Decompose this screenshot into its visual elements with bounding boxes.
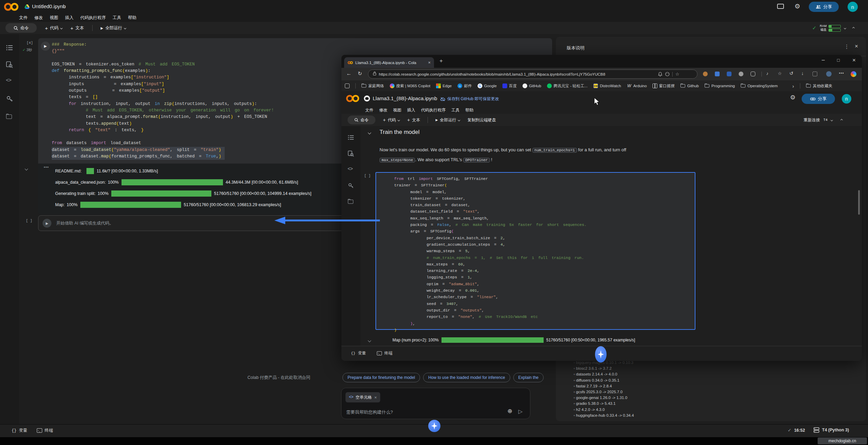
suggestion-chip[interactable]: Prepare data for finetuning the model (342, 373, 420, 382)
reading-list-icon[interactable] (345, 83, 350, 88)
menu-runtime[interactable]: 代码执行程序 (80, 15, 106, 21)
new-tab-icon[interactable]: + (439, 58, 443, 64)
menu-file[interactable]: 文件 (19, 15, 28, 21)
menu-tools[interactable]: 工具 (113, 15, 121, 21)
collapse-output-icon[interactable] (25, 167, 28, 171)
menu-tools[interactable]: 工具 (451, 107, 460, 113)
bookmark-home-network[interactable]: 家庭网络 (361, 83, 384, 89)
bookmark-star-icon[interactable]: ☆ (675, 72, 679, 77)
menu-insert[interactable]: 插入 (407, 107, 415, 113)
gear-icon[interactable]: ⚙ (794, 2, 800, 10)
downloads-icon[interactable]: ↓ (801, 71, 804, 76)
window-minimize-icon[interactable]: – (822, 57, 825, 63)
ai-placeholder[interactable]: 开始借助 AI 编写或生成代码。 (56, 220, 114, 226)
overlay-notebook-title[interactable]: Llama3.1_(8B)-Alpaca.ipynb (373, 95, 437, 101)
reconnect-dropdown-icon[interactable] (831, 119, 833, 121)
bookmark-m365-copilot[interactable]: 搜索 | M365 Copilot (390, 83, 430, 89)
browser-tab[interactable]: Llama3.1_(8B)-Alpaca.ipynb - Cola × (344, 57, 434, 68)
variables-button[interactable]: {}变量 (351, 350, 366, 356)
resources-dropdown-icon[interactable] (844, 27, 846, 29)
paid-products-link[interactable]: Colab 付费产品 - 在此处取消合同 (247, 375, 310, 381)
menu-edit[interactable]: 修改 (379, 107, 387, 113)
bookmark-programming-folder[interactable]: Programming (705, 84, 735, 88)
comment-icon[interactable] (777, 4, 784, 9)
run-cell-button[interactable]: ▶ (41, 42, 50, 51)
feedback-face-icon[interactable] (665, 72, 670, 76)
menu-file[interactable]: 文件 (365, 107, 373, 113)
star-icon[interactable]: ☆ (61, 3, 66, 9)
bookmark-baidu[interactable]: 百度 (502, 83, 517, 89)
code-snippets-icon[interactable]: <> (6, 78, 11, 83)
url-text[interactable]: https://colab.research.google.com/github… (379, 72, 655, 76)
password-extension-icon[interactable] (727, 72, 732, 76)
secrets-key-icon[interactable] (6, 95, 13, 102)
bookmark-window-sway[interactable]: 窗口摇摆 (653, 83, 675, 89)
menu-help[interactable]: 帮助 (128, 15, 136, 21)
browser-more-icon[interactable]: ⋯ (839, 70, 844, 76)
terminal-button[interactable]: ›_终端 (377, 350, 392, 356)
gear-icon[interactable]: ⚙ (790, 94, 795, 101)
overlay-gemini-fab[interactable] (595, 346, 607, 363)
ai-chat-box[interactable]: <> 空单元格 × 需要我帮助您构建什么? ⊕ ▷ (341, 388, 530, 419)
share-button[interactable]: 分享 (809, 2, 839, 12)
copy-to-drive-button[interactable]: 复制到云端硬盘 (467, 117, 496, 123)
profile-avatar[interactable] (826, 71, 832, 77)
terminal-button[interactable]: ›_终端 (37, 428, 53, 433)
collapse-toolbar-icon[interactable] (840, 119, 843, 121)
tab-close-icon[interactable]: × (428, 60, 431, 65)
menu-runtime[interactable]: 代码执行程序 (421, 107, 446, 113)
bookmark-arduino[interactable]: WArduino (627, 83, 647, 88)
favorites-icon[interactable]: ☆ (778, 71, 782, 76)
output-options-icon[interactable]: ⋯ (44, 164, 49, 170)
attach-icon[interactable]: ⊕ (508, 408, 512, 415)
table-of-contents-icon[interactable] (348, 135, 354, 140)
bookmark-github[interactable]: GitHub (523, 83, 541, 88)
run-all-button[interactable]: ▶全部运行 (101, 25, 126, 31)
add-code-button[interactable]: +代码 (383, 117, 400, 123)
menu-insert[interactable]: 插入 (65, 15, 74, 21)
globe-extension-icon[interactable] (739, 72, 743, 76)
gemini-fab[interactable] (428, 420, 440, 432)
cell-code[interactable]: ### Response:{}""" EOS_TOKEN = tokenizer… (52, 42, 274, 160)
add-text-button[interactable]: +文本 (407, 117, 420, 123)
run-cell-button[interactable]: ▶ (43, 219, 51, 228)
share-button[interactable]: 分享 (802, 94, 835, 104)
suggestion-chip[interactable]: How to use the loaded model for inferenc… (423, 373, 510, 382)
pinned-extension-icon[interactable] (715, 72, 720, 76)
panel-close-icon[interactable]: × (855, 43, 858, 50)
menu-help[interactable]: 帮助 (465, 107, 473, 113)
notebook-title[interactable]: Untitled0.ipynb (32, 3, 66, 9)
resource-monitor[interactable]: ✓ RAM 磁盘 (812, 22, 854, 34)
overlay-cell-code[interactable]: from trl import SFTConfig, SFTTrainertra… (394, 175, 586, 333)
run-all-button[interactable]: ▶全部运行 (435, 117, 460, 123)
bookmark-google[interactable]: GGoogle (478, 83, 497, 88)
table-of-contents-icon[interactable] (6, 45, 13, 50)
command-palette-button[interactable]: 命令 (348, 116, 375, 124)
find-replace-icon[interactable] (348, 151, 354, 157)
section-heading[interactable]: Train the model (380, 129, 419, 136)
runtime-status[interactable]: T4 (Python 3) (814, 427, 849, 433)
reconnect-control[interactable]: 重新连接 T4 (804, 114, 842, 126)
menu-edit[interactable]: 修改 (34, 15, 43, 21)
notebook-scrollbar[interactable] (858, 190, 860, 215)
collapse-output-icon[interactable] (368, 339, 371, 342)
remove-context-icon[interactable]: × (374, 395, 377, 400)
cookie-extension-icon[interactable] (703, 72, 708, 76)
avatar[interactable]: n (842, 94, 851, 104)
other-favorites[interactable]: 其他收藏夹 (806, 83, 833, 89)
send-icon[interactable]: ▷ (518, 408, 523, 415)
menu-view[interactable]: 视图 (50, 15, 58, 21)
reload-icon[interactable]: ↻ (358, 71, 362, 77)
command-palette-button[interactable]: 命令 (5, 23, 37, 33)
focused-code-cell[interactable]: from trl import SFTConfig, SFTTrainertra… (375, 172, 695, 330)
menu-view[interactable]: 视图 (393, 107, 401, 113)
screenshot-icon[interactable] (813, 72, 817, 76)
collapse-toolbar-icon[interactable] (852, 27, 855, 29)
chat-input[interactable]: 需要我帮助您构建什么? (346, 409, 393, 415)
media-icon[interactable]: ♪ (766, 71, 769, 76)
history-icon[interactable]: ↻ (789, 71, 793, 76)
variables-button[interactable]: {}变量 (12, 428, 27, 433)
collapse-section-icon[interactable] (368, 131, 371, 135)
panel-more-icon[interactable]: ⋮ (844, 44, 849, 50)
bookmark-os-folder[interactable]: OperatingSystem (741, 84, 778, 88)
